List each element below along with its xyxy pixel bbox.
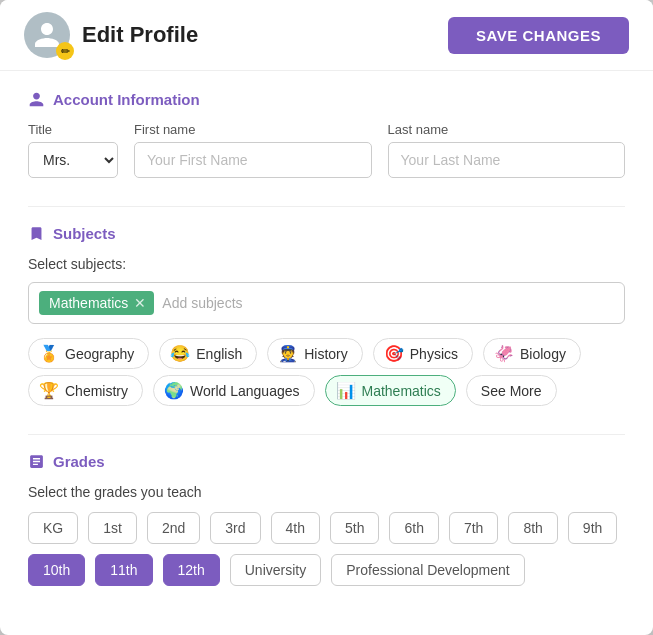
subjects-section-heading: Subjects	[28, 225, 625, 242]
chip-biology-label: Biology	[520, 346, 566, 362]
grade-1st[interactable]: 1st	[88, 512, 137, 544]
mathematics-icon: 📊	[336, 381, 356, 400]
grade-6th[interactable]: 6th	[389, 512, 438, 544]
chip-biology[interactable]: 🦑 Biology	[483, 338, 581, 369]
last-name-label: Last name	[388, 122, 626, 137]
subjects-section-title: Subjects	[53, 225, 116, 242]
modal-title: Edit Profile	[82, 22, 198, 48]
grade-7th[interactable]: 7th	[449, 512, 498, 544]
chip-mathematics-label: Mathematics	[362, 383, 441, 399]
grade-8th[interactable]: 8th	[508, 512, 557, 544]
grades-section-heading: Grades	[28, 453, 625, 470]
grade-12th[interactable]: 12th	[163, 554, 220, 586]
selected-subject-label: Mathematics	[49, 295, 128, 311]
first-name-label: First name	[134, 122, 372, 137]
divider-2	[28, 434, 625, 435]
biology-icon: 🦑	[494, 344, 514, 363]
grade-9th[interactable]: 9th	[568, 512, 617, 544]
remove-subject-button[interactable]: ✕	[134, 296, 146, 310]
header-left: ✏ Edit Profile	[24, 12, 198, 58]
grade-5th[interactable]: 5th	[330, 512, 379, 544]
grade-university[interactable]: University	[230, 554, 321, 586]
english-icon: 😂	[170, 344, 190, 363]
grades-section: Grades Select the grades you teach KG 1s…	[28, 453, 625, 586]
chip-english[interactable]: 😂 English	[159, 338, 257, 369]
save-changes-button[interactable]: SAVE CHANGES	[448, 17, 629, 54]
chip-world-languages-label: World Languages	[190, 383, 299, 399]
last-name-group: Last name	[388, 122, 626, 178]
grade-4th[interactable]: 4th	[271, 512, 320, 544]
chip-mathematics[interactable]: 📊 Mathematics	[325, 375, 456, 406]
modal-header: ✏ Edit Profile SAVE CHANGES	[0, 0, 653, 71]
edit-profile-modal: ✏ Edit Profile SAVE CHANGES Account Info…	[0, 0, 653, 635]
subjects-select-label: Select subjects:	[28, 256, 625, 272]
chip-geography-label: Geography	[65, 346, 134, 362]
grade-3rd[interactable]: 3rd	[210, 512, 260, 544]
grade-kg[interactable]: KG	[28, 512, 78, 544]
last-name-input[interactable]	[388, 142, 626, 178]
grades-section-title: Grades	[53, 453, 105, 470]
physics-icon: 🎯	[384, 344, 404, 363]
chip-physics[interactable]: 🎯 Physics	[373, 338, 473, 369]
geography-icon: 🏅	[39, 344, 59, 363]
subject-chips-row-2: 🏆 Chemistry 🌍 World Languages 📊 Mathemat…	[28, 375, 625, 406]
title-group: Title Mrs. Mr. Ms. Dr.	[28, 122, 118, 178]
account-section-heading: Account Information	[28, 91, 625, 108]
see-more-button[interactable]: See More	[466, 375, 557, 406]
chip-chemistry-label: Chemistry	[65, 383, 128, 399]
history-icon: 👮	[278, 344, 298, 363]
see-more-label: See More	[481, 383, 542, 399]
chip-english-label: English	[196, 346, 242, 362]
avatar-wrap: ✏	[24, 12, 70, 58]
chip-chemistry[interactable]: 🏆 Chemistry	[28, 375, 143, 406]
grades-select-label: Select the grades you teach	[28, 484, 625, 500]
subject-chips-row: 🏅 Geography 😂 English 👮 History 🎯 Physic…	[28, 338, 625, 369]
grades-icon	[28, 453, 45, 470]
bookmark-icon	[28, 225, 45, 242]
world-languages-icon: 🌍	[164, 381, 184, 400]
selected-subject-tag: Mathematics ✕	[39, 291, 154, 315]
chemistry-icon: 🏆	[39, 381, 59, 400]
title-select[interactable]: Mrs. Mr. Ms. Dr.	[28, 142, 118, 178]
modal-body: Account Information Title Mrs. Mr. Ms. D…	[0, 71, 653, 634]
account-section-title: Account Information	[53, 91, 200, 108]
divider-1	[28, 206, 625, 207]
first-name-input[interactable]	[134, 142, 372, 178]
subjects-input-row[interactable]: Mathematics ✕ Add subjects	[28, 282, 625, 324]
subjects-section: Subjects Select subjects: Mathematics ✕ …	[28, 225, 625, 406]
add-subjects-placeholder: Add subjects	[162, 295, 242, 311]
account-section: Account Information Title Mrs. Mr. Ms. D…	[28, 91, 625, 178]
user-icon	[28, 91, 45, 108]
edit-avatar-icon[interactable]: ✏	[56, 42, 74, 60]
chip-history-label: History	[304, 346, 348, 362]
chip-history[interactable]: 👮 History	[267, 338, 363, 369]
account-form-row: Title Mrs. Mr. Ms. Dr. First name Last n…	[28, 122, 625, 178]
chip-physics-label: Physics	[410, 346, 458, 362]
grade-chips-container: KG 1st 2nd 3rd 4th 5th 6th 7th 8th 9th 1…	[28, 512, 625, 586]
first-name-group: First name	[134, 122, 372, 178]
grade-11th[interactable]: 11th	[95, 554, 152, 586]
grade-professional-development[interactable]: Professional Development	[331, 554, 524, 586]
chip-geography[interactable]: 🏅 Geography	[28, 338, 149, 369]
grade-10th[interactable]: 10th	[28, 554, 85, 586]
chip-world-languages[interactable]: 🌍 World Languages	[153, 375, 314, 406]
grade-2nd[interactable]: 2nd	[147, 512, 200, 544]
title-label: Title	[28, 122, 118, 137]
